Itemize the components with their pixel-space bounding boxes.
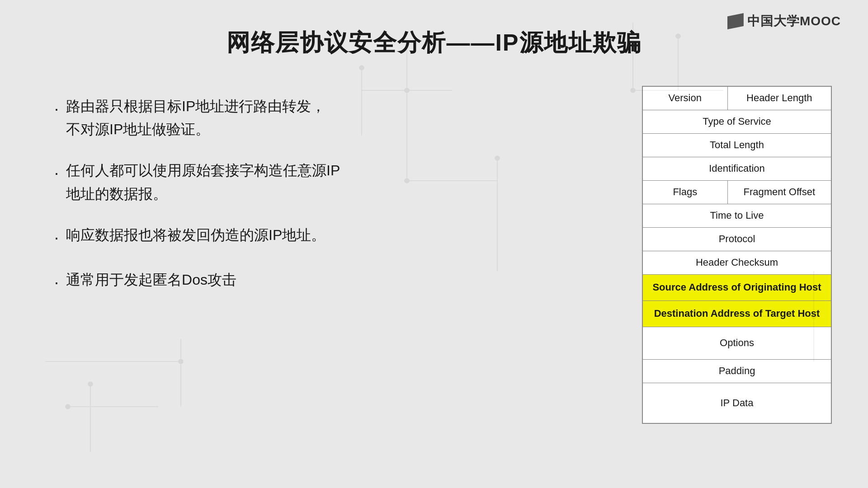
content-area: · 路由器只根据目标IP地址进行路由转发，不对源IP地址做验证。 · 任何人都可… xyxy=(0,86,868,424)
cell-ttl: Time to Live xyxy=(642,204,831,227)
table-row-checksum: Header Checksum xyxy=(642,251,831,274)
bullet-text-1: 路由器只根据目标IP地址进行路由转发，不对源IP地址做验证。 xyxy=(66,95,606,141)
table-row-total-length: Total Length xyxy=(642,133,831,157)
table-row-protocol: Protocol xyxy=(642,227,831,251)
logo-area: 中国大学MOOC xyxy=(727,13,841,30)
bullet-dot-1: · xyxy=(54,96,59,122)
bullet-text-2: 任何人都可以使用原始套接字构造任意源IP地址的数据报。 xyxy=(66,159,606,205)
cell-source-address: Source Address of Originating Host xyxy=(642,274,831,300)
logo-icon xyxy=(727,13,744,29)
table-row-source-address: Source Address of Originating Host xyxy=(642,274,831,300)
bullet-item-3: · 响应数据报也将被发回伪造的源IP地址。 xyxy=(54,224,606,251)
right-panel: Version Header Length Type of Service To… xyxy=(642,86,832,424)
svg-point-8 xyxy=(359,66,364,70)
table-row-options: Options xyxy=(642,327,831,359)
left-panel: · 路由器只根据目标IP地址进行路由转发，不对源IP地址做验证。 · 任何人都可… xyxy=(54,86,606,314)
cell-flags: Flags xyxy=(642,180,727,204)
table-row-dest-address: Destination Address of Target Host xyxy=(642,300,831,327)
table-row-ttl: Time to Live xyxy=(642,204,831,227)
cell-options: Options xyxy=(642,327,831,359)
cell-ip-data: IP Data xyxy=(642,383,831,423)
ip-header-table: Version Header Length Type of Service To… xyxy=(642,86,832,424)
cell-version: Version xyxy=(642,86,727,110)
cell-header-length: Header Length xyxy=(727,86,831,110)
logo-text: 中国大学MOOC xyxy=(747,13,841,30)
bullet-item-4: · 通常用于发起匿名Dos攻击 xyxy=(54,268,606,296)
table-row-version: Version Header Length xyxy=(642,86,831,110)
bullet-dot-3: · xyxy=(54,225,59,251)
cell-padding: Padding xyxy=(642,359,831,383)
bullet-dot-4: · xyxy=(54,269,59,296)
cell-protocol: Protocol xyxy=(642,227,831,251)
bullet-item-2: · 任何人都可以使用原始套接字构造任意源IP地址的数据报。 xyxy=(54,159,606,205)
cell-identification: Identification xyxy=(642,157,831,180)
page-title: 网络层协议安全分析——IP源地址欺骗 xyxy=(0,27,868,59)
bullet-text-4: 通常用于发起匿名Dos攻击 xyxy=(66,268,606,291)
cell-dest-address: Destination Address of Target Host xyxy=(642,300,831,327)
table-row-ip-data: IP Data xyxy=(642,383,831,423)
bullet-text-3: 响应数据报也将被发回伪造的源IP地址。 xyxy=(66,224,606,247)
table-row-identification: Identification xyxy=(642,157,831,180)
cell-total-length: Total Length xyxy=(642,133,831,157)
cell-checksum: Header Checksum xyxy=(642,251,831,274)
bullet-item-1: · 路由器只根据目标IP地址进行路由转发，不对源IP地址做验证。 xyxy=(54,95,606,141)
bullet-dot-2: · xyxy=(54,160,59,186)
table-row-tos: Type of Service xyxy=(642,110,831,133)
cell-tos: Type of Service xyxy=(642,110,831,133)
table-row-flags: Flags Fragment Offset xyxy=(642,180,831,204)
table-row-padding: Padding xyxy=(642,359,831,383)
cell-fragment-offset: Fragment Offset xyxy=(727,180,831,204)
